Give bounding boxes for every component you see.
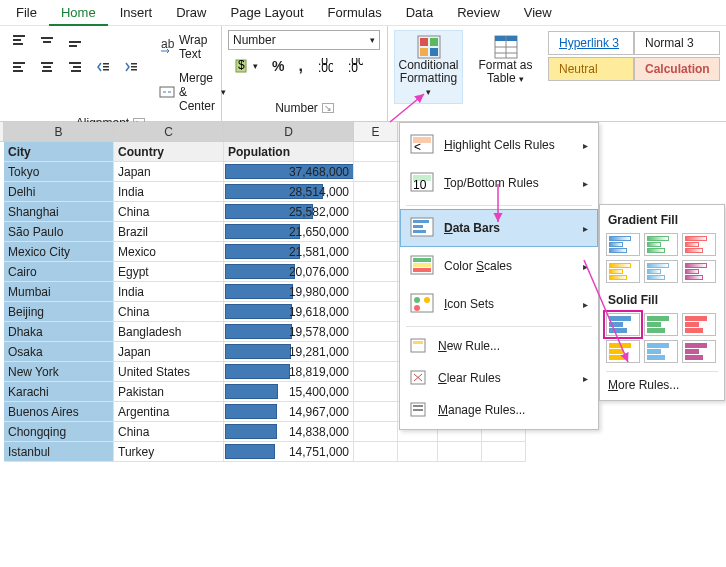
align-center-button[interactable] [34, 56, 60, 78]
cell[interactable]: 19,578,000 [224, 322, 354, 342]
cf-clear-rules-item[interactable]: Clear Rules▸ [400, 362, 598, 394]
cell[interactable] [354, 362, 398, 382]
cell[interactable]: 14,751,000 [224, 442, 354, 462]
menu-review[interactable]: Review [445, 1, 512, 24]
column-header-B[interactable]: B [4, 122, 114, 142]
percent-button[interactable]: % [267, 54, 289, 78]
cell[interactable] [354, 142, 398, 162]
menu-formulas[interactable]: Formulas [316, 1, 394, 24]
gradient-databar-swatch[interactable] [644, 260, 678, 283]
cell[interactable]: Beijing [4, 302, 114, 322]
increase-indent-button[interactable] [118, 56, 144, 78]
cell[interactable]: Argentina [114, 402, 224, 422]
align-right-button[interactable] [62, 56, 88, 78]
cell[interactable]: China [114, 202, 224, 222]
cell-style-hyperlink[interactable]: Hyperlink 3 [548, 31, 634, 55]
cf-data-bars-item[interactable]: Data Bars▸ [400, 209, 598, 247]
wrap-text-button[interactable]: abWrap Text [154, 30, 231, 64]
cell[interactable] [354, 162, 398, 182]
cell[interactable] [354, 302, 398, 322]
cell[interactable]: 25,582,000 [224, 202, 354, 222]
cell[interactable]: Osaka [4, 342, 114, 362]
cell[interactable]: Mexico [114, 242, 224, 262]
cell[interactable]: 19,980,000 [224, 282, 354, 302]
solid-databar-swatch[interactable] [644, 340, 678, 363]
cell[interactable]: 14,838,000 [224, 422, 354, 442]
menu-data[interactable]: Data [394, 1, 445, 24]
column-header-E[interactable]: E [354, 122, 398, 142]
gradient-databar-swatch[interactable] [644, 233, 678, 256]
cell[interactable]: 21,581,000 [224, 242, 354, 262]
number-launcher-icon[interactable]: ↘ [322, 103, 334, 113]
cell[interactable] [354, 322, 398, 342]
gradient-databar-swatch[interactable] [606, 260, 640, 283]
cell[interactable]: Mumbai [4, 282, 114, 302]
cell[interactable]: Japan [114, 342, 224, 362]
cell[interactable] [354, 422, 398, 442]
cell[interactable] [354, 382, 398, 402]
cell[interactable]: 20,076,000 [224, 262, 354, 282]
gradient-databar-swatch[interactable] [682, 260, 716, 283]
menu-home[interactable]: Home [49, 1, 108, 26]
align-left-button[interactable] [6, 56, 32, 78]
conditional-formatting-button[interactable]: ConditionalFormatting ▾ [394, 30, 463, 104]
cell[interactable] [354, 262, 398, 282]
align-middle-button[interactable] [34, 30, 60, 52]
format-as-table-button[interactable]: Format asTable ▾ [471, 30, 540, 91]
currency-button[interactable]: $▾ [228, 54, 263, 78]
column-header-C[interactable]: C [114, 122, 224, 142]
number-format-select[interactable]: Number▾ [228, 30, 380, 50]
cell[interactable]: Brazil [114, 222, 224, 242]
cell[interactable] [482, 442, 526, 462]
solid-databar-swatch[interactable] [606, 313, 640, 336]
cell[interactable]: Country [114, 142, 224, 162]
merge-center-button[interactable]: Merge & Center▾ [154, 68, 231, 116]
cell[interactable]: 28,514,000 [224, 182, 354, 202]
more-rules-item[interactable]: More Rules... [606, 372, 718, 394]
cell[interactable] [354, 222, 398, 242]
menu-file[interactable]: File [4, 1, 49, 24]
cell[interactable] [438, 442, 482, 462]
cell[interactable]: Buenos Aires [4, 402, 114, 422]
cell-style-neutral[interactable]: Neutral [548, 57, 634, 81]
cell[interactable]: Mexico City [4, 242, 114, 262]
align-bottom-button[interactable] [62, 30, 88, 52]
cell[interactable]: Japan [114, 162, 224, 182]
solid-databar-swatch[interactable] [682, 313, 716, 336]
cell[interactable]: 18,819,000 [224, 362, 354, 382]
cell[interactable]: China [114, 422, 224, 442]
cell[interactable]: United States [114, 362, 224, 382]
cell[interactable]: City [4, 142, 114, 162]
cf-highlight-cells-item[interactable]: < Highlight Cells Rules▸ [400, 126, 598, 164]
cell[interactable]: 15,400,000 [224, 382, 354, 402]
cell[interactable]: Egypt [114, 262, 224, 282]
cell[interactable] [354, 242, 398, 262]
cell[interactable]: Shanghai [4, 202, 114, 222]
gradient-databar-swatch[interactable] [682, 233, 716, 256]
cell[interactable]: Dhaka [4, 322, 114, 342]
cell[interactable]: Bangladesh [114, 322, 224, 342]
cell[interactable] [354, 182, 398, 202]
cell[interactable]: India [114, 182, 224, 202]
cell[interactable]: 14,967,000 [224, 402, 354, 422]
cell[interactable]: Turkey [114, 442, 224, 462]
cell[interactable] [354, 202, 398, 222]
solid-databar-swatch[interactable] [682, 340, 716, 363]
decrease-indent-button[interactable] [90, 56, 116, 78]
cell[interactable]: Chongqing [4, 422, 114, 442]
cf-icon-sets-item[interactable]: Icon Sets▸ [400, 285, 598, 323]
cf-top-bottom-item[interactable]: 10 Top/Bottom Rules▸ [400, 164, 598, 202]
cell[interactable]: Tokyo [4, 162, 114, 182]
cell[interactable] [354, 442, 398, 462]
cell[interactable]: Pakistan [114, 382, 224, 402]
cell[interactable]: Population [224, 142, 354, 162]
cell[interactable]: Delhi [4, 182, 114, 202]
cf-new-rule-item[interactable]: New Rule... [400, 330, 598, 362]
cf-manage-rules-item[interactable]: Manage Rules... [400, 394, 598, 426]
cell[interactable]: New York [4, 362, 114, 382]
menu-draw[interactable]: Draw [164, 1, 218, 24]
menu-view[interactable]: View [512, 1, 564, 24]
cell[interactable]: Cairo [4, 262, 114, 282]
cell[interactable]: Karachi [4, 382, 114, 402]
increase-decimal-button[interactable]: .0.00 [312, 54, 338, 78]
